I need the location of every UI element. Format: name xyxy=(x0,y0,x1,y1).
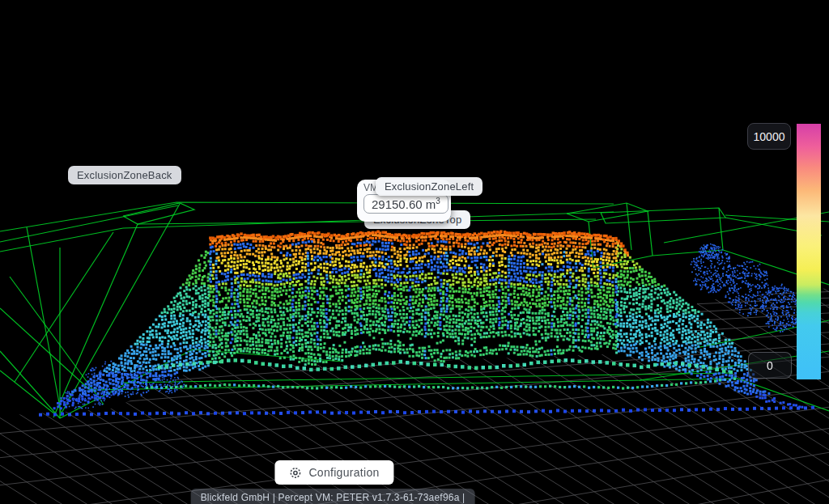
footer-version-bar: Blickfeld GmbH | Percept VM: PETER v1.7.… xyxy=(191,489,475,504)
zone-label-back: ExclusionZoneBack xyxy=(68,166,181,184)
colorbar-min-badge: 0 xyxy=(748,352,792,379)
gear-icon xyxy=(289,467,301,479)
configuration-button[interactable]: Configuration xyxy=(274,460,393,485)
colorbar-max-badge: 10000 xyxy=(747,123,791,150)
volume-value: 29150.60 m3 xyxy=(363,194,449,214)
configuration-button-label: Configuration xyxy=(308,466,379,479)
pointcloud-canvas[interactable] xyxy=(0,0,829,504)
percept-3d-viewport: ExclusionZoneBack ExclusionZoneTop VM 29… xyxy=(0,0,829,504)
vm-tooltip: ExclusionZoneTop VM 29150.60 m3 Exclusio… xyxy=(357,176,487,233)
colorbar-gradient xyxy=(797,124,821,379)
zone-label-left: ExclusionZoneLeft xyxy=(376,177,483,196)
